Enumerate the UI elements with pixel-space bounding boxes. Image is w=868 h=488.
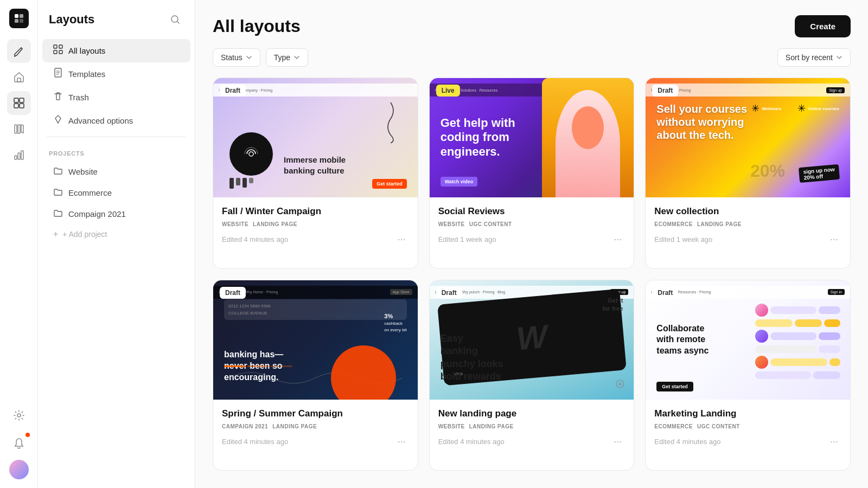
svg-point-22 (616, 380, 624, 388)
sidebar-project-campaign[interactable]: Compaign 2021 (42, 203, 190, 224)
folder-icon (53, 166, 63, 177)
card-info-4: Spring / Summer Campaign CAMPAIGN 2021 L… (213, 400, 418, 457)
cta-btn-1: Get started (372, 179, 407, 189)
sidebar-item-templates-label: Templates (68, 69, 105, 79)
nav-layouts[interactable] (7, 91, 31, 115)
card-category-5: WEBSITE (438, 423, 465, 429)
sidebar: Layouts All layouts Templates (38, 0, 195, 488)
search-button[interactable] (167, 11, 184, 28)
nav-edit[interactable] (7, 39, 31, 63)
nav-library[interactable] (7, 117, 31, 141)
notification-button[interactable] (7, 432, 31, 455)
card-time-3: Edited 1 week ago (654, 235, 712, 243)
nav-settings[interactable] (7, 403, 31, 427)
card-meta-2: WEBSITE UGC content (438, 221, 626, 227)
card-more-1[interactable]: ··· (394, 233, 409, 246)
thumb-bank-form: 0212 1234 5686 5566 COLLEGE AVENUE (224, 297, 407, 320)
thumb-coding-text: Get help withcoding fromengineers. (441, 116, 515, 159)
sidebar-item-advanced-options-label: Advanced options (68, 116, 133, 125)
card-social-reviews[interactable]: Features · Solutions · Resources Get hel… (429, 78, 635, 269)
card-thumb-4: Features · Why Home · Pricing App Store … (213, 280, 418, 400)
svg-rect-1 (20, 14, 23, 18)
svg-point-21 (249, 152, 253, 156)
cards-grid: Company · Pricing Immerse mobilebanking … (195, 78, 868, 488)
thumb-bars-1 (229, 178, 253, 189)
cta-btn-2: Watch video (441, 177, 478, 187)
sort-button[interactable]: Sort by recent (777, 48, 851, 67)
svg-rect-4 (17, 78, 21, 82)
card-more-4[interactable]: ··· (394, 435, 409, 448)
svg-point-14 (17, 414, 21, 417)
svg-rect-18 (54, 50, 57, 54)
cta-btn-6: Get started (656, 382, 693, 391)
card-more-3[interactable]: ··· (827, 233, 841, 246)
type-filter[interactable]: Type (266, 48, 308, 67)
card-footer-6: Edited 4 minutes ago ··· (654, 435, 841, 448)
sidebar-item-trash[interactable]: Trash (42, 86, 190, 109)
thumb-text-1: Immerse mobilebanking culture (284, 155, 346, 176)
status-filter-label: Status (221, 53, 242, 62)
card-meta-1: WEBSITE Landing Page (222, 221, 409, 227)
sidebar-project-website[interactable]: Website (42, 161, 190, 182)
main-header: All layouts Create (195, 0, 868, 48)
thumb-circle-1 (229, 132, 273, 176)
nav-analytics[interactable] (7, 143, 31, 167)
user-avatar[interactable] (9, 460, 29, 479)
card-badge-2: Live (436, 85, 460, 97)
card-thumb-2: Features · Solutions · Resources Get hel… (430, 78, 634, 197)
thumb-person (542, 78, 634, 197)
card-meta-4: CAMPAIGN 2021 Landing Page (222, 423, 409, 429)
card-badge-4: Draft (220, 287, 246, 299)
sidebar-header: Layouts (38, 11, 195, 39)
thumb-settings-icon (615, 378, 626, 391)
app-logo[interactable] (9, 9, 29, 28)
card-title-1: Fall / Winter Campaign (222, 206, 409, 217)
card-title-3: New collection (654, 206, 841, 217)
thumb-percent: 3%cashbackon every bit (384, 313, 406, 332)
card-new-collection[interactable]: Templates · Pricing Sign up Sell your co… (645, 78, 851, 269)
thumb-get-it: Get itfor free (602, 297, 623, 313)
sidebar-item-templates[interactable]: Templates (42, 62, 190, 86)
diamond-icon (53, 114, 63, 127)
svg-rect-2 (15, 19, 18, 23)
card-subcategory-1: Landing Page (253, 221, 297, 227)
svg-rect-19 (59, 50, 62, 54)
sidebar-project-ecommerce[interactable]: Ecommerce (42, 182, 190, 203)
sidebar-item-trash-label: Trash (68, 93, 89, 102)
svg-rect-3 (20, 19, 23, 23)
card-time-1: Edited 4 minutes ago (222, 235, 288, 243)
sidebar-project-ecommerce-label: Ecommerce (68, 188, 112, 197)
card-title-2: Social Reviews (438, 206, 626, 217)
card-category-3: ECOMMERCE (654, 221, 693, 227)
card-fall-winter[interactable]: Company · Pricing Immerse mobilebanking … (213, 78, 418, 269)
chevron-down-icon (246, 54, 252, 61)
svg-rect-10 (18, 125, 20, 133)
card-footer-4: Edited 4 minutes ago ··· (222, 435, 409, 448)
nav-home[interactable] (7, 65, 31, 89)
card-time-2: Edited 1 week ago (438, 235, 496, 243)
svg-rect-8 (20, 104, 24, 108)
card-marketing-landing[interactable]: Relaunch · Resources · Pricing Sign in C… (645, 280, 851, 471)
thumb-lines (224, 365, 292, 367)
projects-section-title: PROJECTS (38, 142, 195, 161)
sidebar-item-advanced-options[interactable]: Advanced options (42, 109, 190, 132)
card-new-landing[interactable]: Features · Why punch · Pricing · Blog Si… (429, 280, 635, 471)
status-filter[interactable]: Status (213, 48, 260, 67)
card-more-2[interactable]: ··· (610, 233, 625, 246)
card-more-5[interactable]: ··· (610, 435, 625, 448)
sort-label: Sort by recent (786, 53, 833, 62)
create-button[interactable]: Create (795, 15, 851, 37)
card-more-6[interactable]: ··· (827, 435, 841, 448)
card-category-4: CAMPAIGN 2021 (222, 423, 268, 429)
thumb-pills-grid (751, 299, 845, 389)
sidebar-divider (47, 137, 186, 137)
filters-bar: Status Type Sort by recent (195, 48, 868, 78)
card-info-3: New collection ECOMMERCE Landing Page Ed… (646, 197, 850, 255)
card-spring-summer[interactable]: Features · Why Home · Pricing App Store … (213, 280, 418, 471)
thumb-easy-bank-text: Easybankingpunchy looksbold rewards (441, 332, 503, 383)
page-title: All layouts (213, 16, 301, 36)
add-project-button[interactable]: + + Add project (42, 224, 190, 244)
thumb-orange-circle (331, 345, 396, 400)
sidebar-item-all-layouts[interactable]: All layouts (42, 39, 190, 62)
grid-icon (53, 44, 63, 57)
